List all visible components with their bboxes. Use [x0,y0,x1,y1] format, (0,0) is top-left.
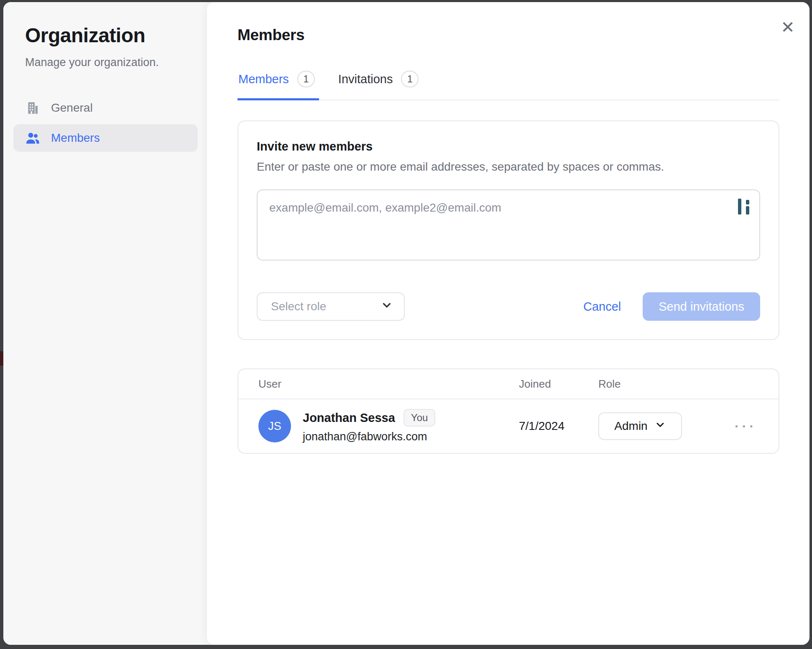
cancel-button[interactable]: Cancel [583,300,621,314]
main-panel: ✕ Members Members 1 Invitations 1 Invite… [207,2,809,645]
invite-card-actions: Select role Cancel Send invitations [257,292,760,321]
column-header-user: User [258,378,519,391]
more-options-icon[interactable]: ··· [729,414,758,438]
chevron-down-icon [654,419,666,434]
sidebar: Organization Manage your organization. [3,2,207,645]
tab-members-count-badge: 1 [297,71,315,87]
user-cell: JS Jonathan Sessa You jonathan@fabworks.… [258,409,519,443]
tab-label: Members [238,72,289,86]
role-select-dropdown[interactable]: Select role [257,292,405,321]
role-cell: Admin ··· [598,412,758,440]
chevron-down-icon [380,299,393,314]
tab-bar: Members 1 Invitations 1 [237,71,779,100]
avatar: JS [258,410,291,442]
member-email: jonathan@fabworks.com [303,430,435,443]
you-badge: You [403,409,436,427]
send-invitations-button[interactable]: Send invitations [643,292,760,321]
member-role-value: Admin [614,419,647,433]
tab-members[interactable]: Members 1 [237,71,319,100]
sidebar-item-label: General [51,101,93,115]
close-icon[interactable]: ✕ [777,16,799,38]
invite-emails-input[interactable] [257,189,760,261]
member-role-dropdown[interactable]: Admin [598,412,682,440]
members-table: User Joined Role JS Jonathan Sessa You j… [237,368,779,454]
users-icon [25,130,40,146]
section-title: Members [237,26,779,44]
user-identity: Jonathan Sessa You jonathan@fabworks.com [303,409,435,443]
password-manager-autofill-icon[interactable] [738,199,749,215]
sidebar-item-general[interactable]: General [13,94,198,122]
table-header-row: User Joined Role [238,369,779,399]
column-header-joined: Joined [519,378,598,391]
tab-invitations-count-badge: 1 [401,71,419,87]
joined-date: 7/1/2024 [519,419,598,433]
role-select-placeholder: Select role [271,300,326,313]
tab-invitations[interactable]: Invitations 1 [337,71,423,100]
invite-buttons: Cancel Send invitations [583,292,760,321]
sidebar-item-label: Members [51,131,100,145]
sidebar-nav: General Members [13,94,198,152]
member-name: Jonathan Sessa [303,411,395,425]
sidebar-item-members[interactable]: Members [13,124,198,152]
table-row: JS Jonathan Sessa You jonathan@fabworks.… [238,399,779,453]
tab-label: Invitations [338,72,393,86]
organization-settings-modal: Organization Manage your organization. [3,2,809,645]
page-subtitle: Manage your organization. [13,56,198,69]
email-input-wrap [257,189,760,262]
invite-card-description: Enter or paste one or more email address… [257,160,760,174]
column-header-role: Role [598,378,758,391]
invite-card-title: Invite new members [257,140,760,153]
invite-members-card: Invite new members Enter or paste one or… [237,120,779,340]
building-icon [25,100,40,115]
page-title: Organization [13,24,198,47]
